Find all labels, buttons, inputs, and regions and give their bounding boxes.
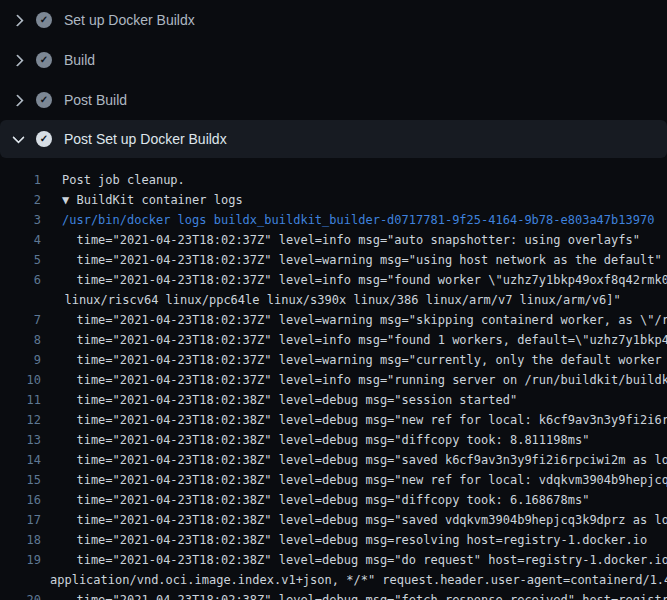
log-line: 6 time="2021-04-23T18:02:37Z" level=info… (0, 270, 667, 290)
log-line: 17 time="2021-04-23T18:02:38Z" level=deb… (0, 510, 667, 530)
log-line-text: time="2021-04-23T18:02:38Z" level=debug … (62, 390, 517, 410)
chevron-right-icon (10, 12, 26, 28)
line-number[interactable]: 9 (0, 350, 41, 370)
log-line-text: time="2021-04-23T18:02:38Z" level=debug … (62, 550, 667, 570)
line-number[interactable]: 15 (0, 470, 41, 490)
log-line-text: time="2021-04-23T18:02:38Z" level=debug … (62, 590, 667, 600)
log-line-text: time="2021-04-23T18:02:38Z" level=debug … (62, 450, 667, 470)
log-line-text: time="2021-04-23T18:02:38Z" level=debug … (62, 470, 667, 490)
line-number[interactable]: 18 (0, 530, 41, 550)
chevron-right-icon (10, 92, 26, 108)
log-line-wrap-continuation: application/vnd.oci.image.index.v1+json,… (0, 570, 667, 590)
line-number[interactable]: 1 (0, 170, 41, 190)
log-line-text: linux/riscv64 linux/ppc64le linux/s390x … (50, 290, 621, 310)
line-number[interactable]: 11 (0, 390, 41, 410)
log-line: 5 time="2021-04-23T18:02:37Z" level=warn… (0, 250, 667, 270)
check-circle-icon: ✓ (36, 131, 52, 147)
section-label: Post Build (64, 92, 127, 108)
log-line-text: time="2021-04-23T18:02:38Z" level=debug … (62, 430, 589, 450)
log-line: 12 time="2021-04-23T18:02:38Z" level=deb… (0, 410, 667, 430)
log-line-text: /usr/bin/docker logs buildx_buildkit_bui… (62, 210, 654, 230)
check-circle-icon: ✓ (36, 12, 52, 28)
section-label: Build (64, 52, 95, 68)
log-line-text: ▼ BuildKit container logs (62, 190, 243, 210)
log-line: 4 time="2021-04-23T18:02:37Z" level=info… (0, 230, 667, 250)
line-number[interactable]: 16 (0, 490, 41, 510)
line-number[interactable]: 6 (0, 270, 41, 290)
line-number[interactable]: 5 (0, 250, 41, 270)
section-row-post-build[interactable]: ✓ Post Build (0, 80, 667, 120)
log-line-text: time="2021-04-23T18:02:38Z" level=debug … (62, 490, 589, 510)
log-line: 19 time="2021-04-23T18:02:38Z" level=deb… (0, 550, 667, 570)
line-number[interactable]: 20 (0, 590, 41, 600)
log-line-text: time="2021-04-23T18:02:37Z" level=warnin… (62, 310, 667, 330)
log-group-title: BuildKit container logs (69, 193, 242, 207)
line-number[interactable]: 13 (0, 430, 41, 450)
log-line: 8 time="2021-04-23T18:02:37Z" level=info… (0, 330, 667, 350)
check-circle-icon: ✓ (36, 52, 52, 68)
log-line-text: time="2021-04-23T18:02:38Z" level=debug … (62, 530, 647, 550)
log-line-text: time="2021-04-23T18:02:38Z" level=debug … (62, 410, 667, 430)
chevron-right-icon (10, 52, 26, 68)
line-number[interactable]: 19 (0, 550, 41, 570)
section-row-set-up-docker-buildx[interactable]: ✓ Set up Docker Buildx (0, 0, 667, 40)
log-line-text: time="2021-04-23T18:02:37Z" level=info m… (62, 330, 667, 350)
line-number (0, 290, 41, 310)
line-number[interactable]: 3 (0, 210, 41, 230)
log-line: 15 time="2021-04-23T18:02:38Z" level=deb… (0, 470, 667, 490)
log-line-text: Post job cleanup. (62, 170, 185, 190)
line-number (0, 570, 41, 590)
line-number[interactable]: 10 (0, 370, 41, 390)
log-line-text: time="2021-04-23T18:02:37Z" level=warnin… (62, 250, 662, 270)
log-line-text: time="2021-04-23T18:02:37Z" level=warnin… (62, 350, 667, 370)
log-line: 20 time="2021-04-23T18:02:38Z" level=deb… (0, 590, 667, 600)
line-number[interactable]: 8 (0, 330, 41, 350)
line-number[interactable]: 4 (0, 230, 41, 250)
log-line-text: time="2021-04-23T18:02:38Z" level=debug … (62, 510, 667, 530)
log-line: 7 time="2021-04-23T18:02:37Z" level=warn… (0, 310, 667, 330)
chevron-down-icon (10, 131, 26, 147)
section-label: Post Set up Docker Buildx (64, 131, 227, 147)
log-line: 18 time="2021-04-23T18:02:38Z" level=deb… (0, 530, 667, 550)
log-line-command: 3 /usr/bin/docker logs buildx_buildkit_b… (0, 210, 667, 230)
log-line-wrap-continuation: linux/riscv64 linux/ppc64le linux/s390x … (0, 290, 667, 310)
log-line: 11 time="2021-04-23T18:02:38Z" level=deb… (0, 390, 667, 410)
log-line-group-header: 2 ▼ BuildKit container logs (0, 190, 667, 210)
log-line: 16 time="2021-04-23T18:02:38Z" level=deb… (0, 490, 667, 510)
log-line: 10 time="2021-04-23T18:02:37Z" level=inf… (0, 370, 667, 390)
line-number[interactable]: 12 (0, 410, 41, 430)
line-number[interactable]: 7 (0, 310, 41, 330)
line-number[interactable]: 17 (0, 510, 41, 530)
section-label: Set up Docker Buildx (64, 12, 195, 28)
line-number[interactable]: 2 (0, 190, 41, 210)
log-output: 1 Post job cleanup. 2 ▼ BuildKit contain… (0, 158, 667, 600)
log-sections: ✓ Set up Docker Buildx ✓ Build ✓ Post Bu… (0, 0, 667, 158)
check-circle-icon: ✓ (36, 92, 52, 108)
log-line: 13 time="2021-04-23T18:02:38Z" level=deb… (0, 430, 667, 450)
log-line: 9 time="2021-04-23T18:02:37Z" level=warn… (0, 350, 667, 370)
log-line-text: time="2021-04-23T18:02:37Z" level=info m… (62, 370, 667, 390)
log-line-text: application/vnd.oci.image.index.v1+json,… (50, 570, 667, 590)
section-row-post-set-up-docker-buildx[interactable]: ✓ Post Set up Docker Buildx (0, 120, 667, 158)
log-line: 14 time="2021-04-23T18:02:38Z" level=deb… (0, 450, 667, 470)
section-row-build[interactable]: ✓ Build (0, 40, 667, 80)
log-line-text: time="2021-04-23T18:02:37Z" level=info m… (62, 230, 640, 250)
log-line-text: time="2021-04-23T18:02:37Z" level=info m… (62, 270, 667, 290)
line-number[interactable]: 14 (0, 450, 41, 470)
log-line: 1 Post job cleanup. (0, 170, 667, 190)
